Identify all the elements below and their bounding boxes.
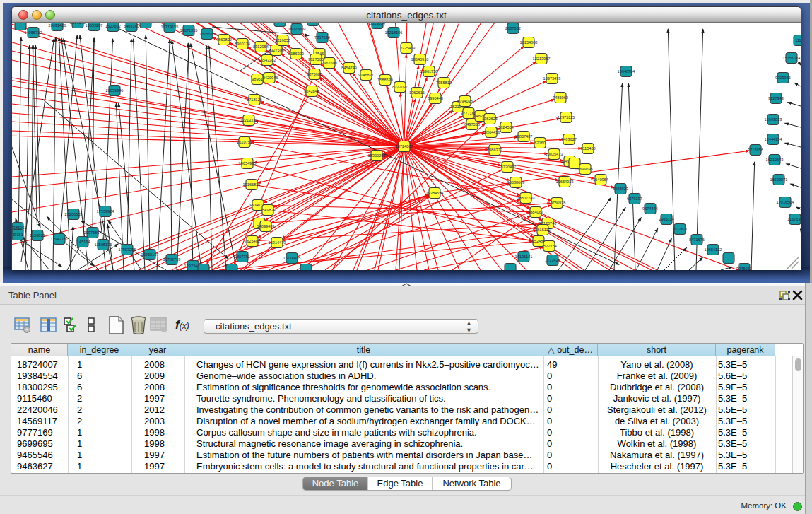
svg-text:3226058: 3226058: [275, 38, 290, 42]
svg-text:7857224: 7857224: [314, 35, 330, 40]
svg-text:8912954: 8912954: [253, 45, 269, 49]
svg-text:16033809: 16033809: [288, 27, 306, 31]
svg-text:19654923: 19654923: [556, 180, 574, 184]
svg-text:7663822: 7663822: [216, 37, 232, 42]
svg-text:15751074: 15751074: [783, 56, 801, 60]
svg-text:7632621: 7632621: [672, 227, 688, 231]
svg-text:10688609: 10688609: [507, 180, 525, 185]
svg-text:14136141: 14136141: [515, 255, 533, 259]
svg-text:14055712: 14055712: [25, 30, 42, 35]
svg-text:20975857: 20975857: [84, 230, 102, 235]
svg-text:7955812: 7955812: [436, 81, 452, 85]
svg-text:9146821: 9146821: [358, 73, 374, 77]
svg-text:2935114: 2935114: [659, 217, 673, 221]
svg-text:39151: 39151: [12, 233, 23, 237]
svg-text:16154808: 16154808: [520, 40, 538, 45]
svg-text:12213967: 12213967: [533, 57, 551, 61]
svg-text:16543382: 16543382: [259, 58, 276, 62]
svg-text:6466160: 6466160: [124, 24, 139, 28]
svg-text:19166825: 19166825: [243, 182, 261, 187]
svg-text:7485063: 7485063: [553, 95, 568, 100]
svg-text:8454749: 8454749: [341, 66, 357, 70]
svg-text:9657791: 9657791: [235, 255, 250, 259]
svg-text:10958137: 10958137: [141, 252, 159, 257]
svg-text:18807249: 18807249: [517, 196, 535, 200]
svg-text:9327509: 9327509: [269, 48, 284, 52]
svg-text:1733426: 1733426: [545, 258, 560, 262]
svg-text:19384554: 19384554: [426, 191, 444, 195]
svg-text:18300295: 18300295: [368, 153, 386, 158]
svg-text:12975115: 12975115: [558, 115, 575, 119]
svg-text:16914479: 16914479: [269, 240, 286, 245]
svg-text:1167534: 1167534: [787, 217, 801, 221]
svg-text:10807487: 10807487: [515, 134, 533, 139]
svg-text:10653287: 10653287: [86, 23, 103, 28]
svg-text:8471676: 8471676: [689, 238, 705, 242]
svg-text:10654122: 10654122: [705, 247, 722, 252]
svg-text:1549822: 1549822: [260, 208, 276, 212]
svg-text:1527602: 1527602: [105, 24, 121, 28]
svg-text:9245052: 9245052: [736, 267, 752, 270]
svg-text:3624554: 3624554: [498, 125, 514, 129]
svg-text:16782759: 16782759: [163, 257, 181, 262]
svg-text:20206555: 20206555: [65, 212, 83, 216]
svg-text:3215958: 3215958: [748, 148, 763, 152]
svg-text:8186323: 8186323: [288, 52, 304, 56]
svg-text:2087682: 2087682: [505, 26, 521, 30]
svg-text:19218506: 19218506: [385, 30, 403, 35]
svg-text:10648784: 10648784: [618, 69, 635, 74]
svg-text:10025433: 10025433: [546, 152, 563, 156]
svg-text:8990448: 8990448: [428, 96, 443, 100]
svg-text:1588520: 1588520: [377, 78, 393, 82]
svg-text:3875685: 3875685: [307, 72, 322, 76]
svg-text:62160: 62160: [534, 141, 546, 145]
svg-text:20053346: 20053346: [106, 88, 124, 93]
svg-text:15716485: 15716485: [283, 256, 301, 260]
svg-text:18640910: 18640910: [411, 57, 429, 62]
svg-text:19654935: 19654935: [239, 161, 257, 165]
svg-text:12213319: 12213319: [240, 118, 258, 122]
svg-text:98961: 98961: [252, 77, 263, 81]
svg-text:1362615: 1362615: [409, 90, 425, 95]
svg-text:6497568: 6497568: [464, 122, 480, 127]
svg-text:20691406: 20691406: [49, 23, 66, 28]
svg-text:12093853: 12093853: [765, 117, 782, 122]
svg-text:9699695: 9699695: [577, 167, 593, 171]
svg-text:1615112: 1615112: [535, 228, 550, 232]
svg-text:17359924: 17359924: [97, 209, 114, 214]
svg-text:13325419: 13325419: [398, 46, 416, 50]
svg-text:6879197: 6879197: [627, 197, 642, 201]
svg-text:10973493: 10973493: [543, 76, 561, 81]
svg-text:19756928: 19756928: [548, 201, 566, 205]
svg-text:14099489: 14099489: [257, 224, 275, 228]
svg-text:16671355: 16671355: [180, 28, 198, 33]
svg-text:2718126: 2718126: [247, 98, 262, 102]
svg-text:1145194: 1145194: [75, 240, 90, 244]
svg-text:7625402: 7625402: [245, 239, 260, 243]
svg-text:9115460: 9115460: [580, 146, 595, 151]
svg-text:8813054: 8813054: [370, 23, 385, 25]
svg-text:17016504: 17016504: [777, 200, 794, 204]
svg-text:10719155: 10719155: [161, 25, 179, 29]
svg-text:9242848: 9242848: [304, 89, 319, 93]
svg-text:9884067: 9884067: [528, 210, 543, 214]
svg-text:12505135: 12505135: [95, 243, 112, 247]
svg-text:1112: 1112: [795, 38, 801, 42]
svg-text:9463627: 9463627: [561, 137, 577, 141]
svg-text:9674444: 9674444: [642, 206, 658, 211]
svg-text:9227343: 9227343: [768, 96, 784, 100]
svg-text:15692971: 15692971: [770, 177, 788, 182]
svg-text:2522154: 2522154: [541, 244, 557, 248]
svg-text:8322037: 8322037: [392, 85, 408, 89]
svg-text:6794028: 6794028: [457, 99, 473, 103]
svg-text:15720407: 15720407: [499, 165, 517, 169]
svg-text:2967608: 2967608: [322, 61, 337, 65]
svg-text:1640954: 1640954: [593, 177, 608, 182]
svg-text:16210643: 16210643: [766, 158, 784, 162]
svg-text:7986372: 7986372: [487, 148, 502, 152]
svg-text:12942757: 12942757: [51, 237, 69, 241]
svg-text:9329966: 9329966: [775, 76, 791, 80]
svg-text:18724007: 18724007: [396, 144, 413, 148]
svg-text:17957255: 17957255: [119, 247, 136, 252]
svg-text:7515526: 7515526: [199, 32, 215, 36]
